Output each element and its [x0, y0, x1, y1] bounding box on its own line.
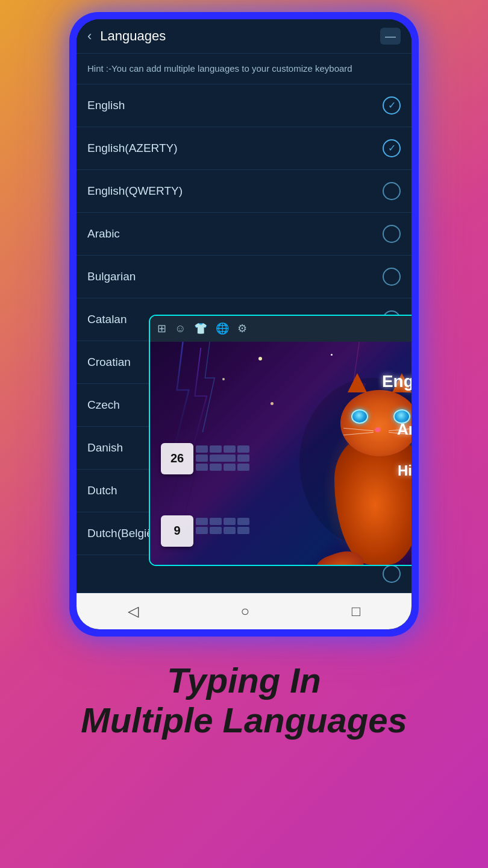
language-name: English(AZERTY) [87, 142, 178, 155]
bottom-title-line1: Typing In [81, 661, 407, 701]
language-name: Catalan [87, 313, 127, 326]
popup-overlay: ⊞ ☺ 👕 🌐 ⚙ ⌨ [149, 315, 411, 566]
language-name: Croatian [87, 356, 131, 369]
recents-nav-button[interactable]: □ [352, 603, 361, 620]
check-circle[interactable] [383, 139, 401, 157]
language-name: Danish [87, 441, 123, 454]
check-circle[interactable] [383, 565, 401, 583]
list-item[interactable]: Arabic [77, 213, 411, 256]
back-button[interactable]: ‹ [87, 28, 92, 44]
language-name: Bulgarian [87, 270, 136, 283]
list-item[interactable]: Bulgarian [77, 256, 411, 298]
language-name: Dutch(België) [87, 527, 157, 540]
check-circle[interactable] [383, 96, 401, 115]
grid-icon[interactable]: ⊞ [157, 322, 166, 335]
header: ‹ Languages — [77, 19, 411, 54]
overlay-english: English [382, 372, 411, 391]
home-nav-button[interactable]: ○ [240, 603, 249, 620]
phone-wrapper: ‹ Languages — Hint :-You can add multipl… [69, 12, 419, 637]
language-name: Arabic [87, 227, 120, 241]
bottom-title-line2: Multiple Languages [81, 700, 407, 741]
minus-button[interactable]: — [380, 28, 401, 45]
bottom-text: Typing In Multiple Languages [69, 637, 419, 868]
emoji-icon[interactable]: ☺ [175, 322, 186, 335]
language-name: Dutch [87, 484, 117, 497]
language-name: English(QWERTY) [87, 184, 183, 198]
overlay-arabic: Arabic [397, 420, 411, 439]
phone-frame: ‹ Languages — Hint :-You can add multipl… [69, 12, 419, 637]
page-title: Languages [100, 28, 380, 44]
key-number-1: 26 [170, 451, 184, 465]
globe-icon[interactable]: 🌐 [216, 322, 229, 335]
hint-text: Hint :-You can add multiple languages to… [77, 54, 411, 84]
list-item[interactable]: English(AZERTY) [77, 127, 411, 170]
settings-icon[interactable]: ⚙ [237, 322, 247, 335]
popup-image: 26 [150, 342, 411, 565]
screen-content: ‹ Languages — Hint :-You can add multipl… [77, 19, 411, 629]
nav-bar: ◁ ○ □ [77, 593, 411, 629]
popup-toolbar: ⊞ ☺ 👕 🌐 ⚙ ⌨ [150, 316, 411, 342]
shirt-icon[interactable]: 👕 [194, 322, 207, 335]
check-circle[interactable] [383, 182, 401, 200]
key-number-2: 9 [174, 524, 180, 538]
check-circle[interactable] [383, 225, 401, 243]
phone-inner: ‹ Languages — Hint :-You can add multipl… [77, 19, 411, 629]
check-circle[interactable] [383, 268, 401, 286]
list-item[interactable]: English(QWERTY) ⊞ ☺ 👕 🌐 ⚙ ⌨ [77, 170, 411, 213]
language-list: English English(AZERTY) English(QWERTY) [77, 84, 411, 593]
language-name: English [87, 99, 125, 112]
language-name: Czech [87, 398, 120, 412]
overlay-hindi: Hindi [398, 462, 411, 479]
back-nav-button[interactable]: ◁ [128, 603, 139, 620]
list-item[interactable]: English [77, 84, 411, 127]
